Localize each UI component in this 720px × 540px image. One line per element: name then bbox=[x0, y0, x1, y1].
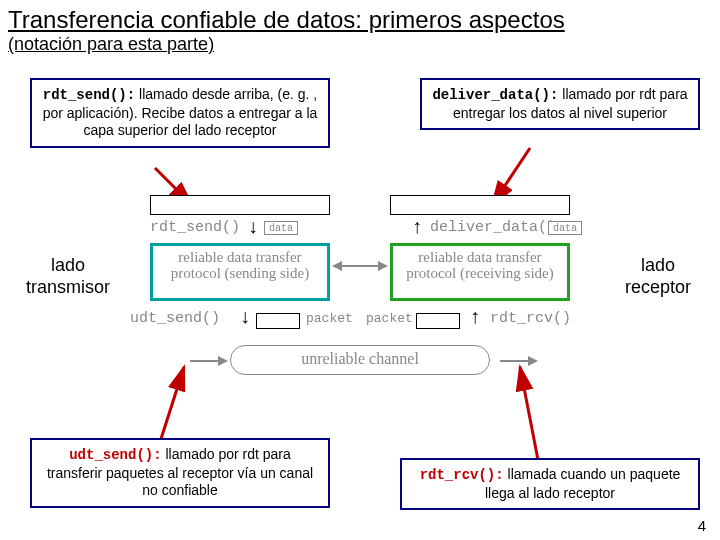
fig-udt-send-label: udt_send() bbox=[130, 310, 220, 327]
packet-label-left: packet bbox=[306, 311, 353, 326]
side-left-label: lado transmisor bbox=[18, 255, 118, 298]
channel-out-arrow bbox=[500, 360, 530, 362]
proto-sending: reliable data transfer protocol (sending… bbox=[150, 243, 330, 301]
slide-subtitle: (notación para esta parte) bbox=[0, 34, 720, 61]
data-box-right: data bbox=[548, 221, 582, 235]
rdt-rcv-text: llamada cuando un paquete llega al lado … bbox=[485, 466, 680, 501]
arrow-up-icon: ↑ bbox=[412, 215, 422, 238]
fig-rdt-send-label: rdt_send() bbox=[150, 219, 240, 236]
app-bar-left bbox=[150, 195, 330, 215]
rdt-send-code: rdt_send(): bbox=[43, 87, 135, 103]
side-right-label: lado receptor bbox=[608, 255, 708, 298]
packet-box-right bbox=[416, 313, 460, 329]
udt-send-desc: udt_send(): llamado por rdt para transfe… bbox=[30, 438, 330, 508]
fig-deliver-data-label: deliver_data() bbox=[430, 219, 556, 236]
rdt-rcv-desc: rdt_rcv(): llamada cuando un paquete lle… bbox=[400, 458, 700, 510]
arrow-up-icon: ↑ bbox=[470, 305, 480, 328]
proto-link-arrow bbox=[340, 265, 380, 267]
packet-label-right: packet bbox=[366, 311, 413, 326]
udt-send-code: udt_send(): bbox=[69, 447, 161, 463]
rdt-rcv-code: rdt_rcv(): bbox=[420, 467, 504, 483]
slide-title: Transferencia confiable de datos: primer… bbox=[0, 0, 720, 34]
rdt-send-desc: rdt_send(): llamado desde arriba, (e. g.… bbox=[30, 78, 330, 148]
packet-box-left bbox=[256, 313, 300, 329]
proto-receiving: reliable data transfer protocol (receivi… bbox=[390, 243, 570, 301]
deliver-data-desc: deliver_data(): llamado por rdt para ent… bbox=[420, 78, 700, 130]
channel-in-arrow bbox=[190, 360, 220, 362]
page-number: 4 bbox=[698, 517, 706, 534]
fig-rdt-rcv-label: rdt_rcv() bbox=[490, 310, 571, 327]
data-box-left: data bbox=[264, 221, 298, 235]
rdt-figure: rdt_send() deliver_data() ↓ ↑ data data … bbox=[130, 195, 590, 405]
arrow-down-icon: ↓ bbox=[240, 305, 250, 328]
app-bar-right bbox=[390, 195, 570, 215]
deliver-data-code: deliver_data(): bbox=[432, 87, 558, 103]
arrow-down-icon: ↓ bbox=[248, 215, 258, 238]
channel-box: unreliable channel bbox=[230, 345, 490, 375]
